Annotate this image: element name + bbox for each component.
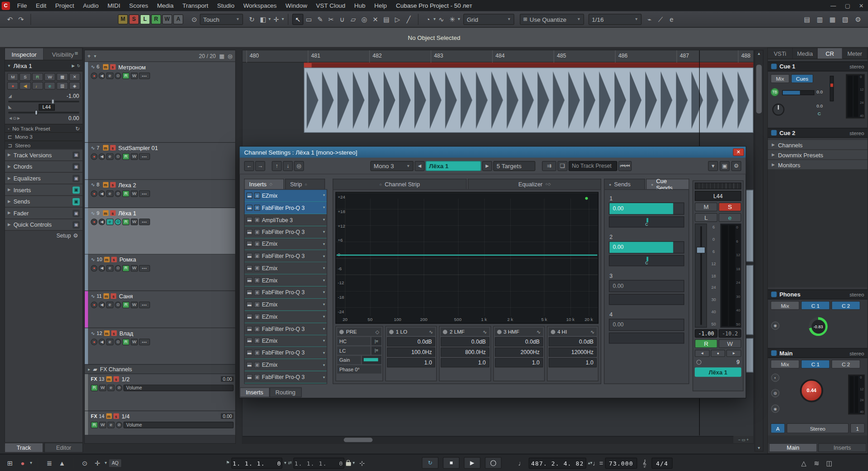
insert-slot[interactable]: ▬ e FabFilter Pro-Q 3 ▾ xyxy=(245,286,327,299)
folder-track-row[interactable]: ▸ ▰ FX Channels xyxy=(85,364,235,374)
band-freq-value[interactable]: 12000Hz xyxy=(548,348,597,357)
comp-tool[interactable]: ▤ xyxy=(381,14,392,24)
track-row[interactable]: ∿ 9 m s Лёха 1 ● ◀ e ⊙ R W ••• xyxy=(85,208,235,255)
cr-section-row[interactable]: ▶ Monitors xyxy=(768,160,868,170)
record-enable-button[interactable]: ● xyxy=(91,219,98,225)
bypass-icon[interactable]: ▬ xyxy=(246,229,252,235)
band-power-icon[interactable] xyxy=(551,330,555,334)
menu-item[interactable]: Window xyxy=(281,1,312,10)
audio-event-partial[interactable] xyxy=(745,265,753,335)
output-routing-row[interactable]: ⊐Stereo xyxy=(5,141,83,149)
band-gain-value[interactable]: 0.0dB xyxy=(548,337,597,346)
edit-plugin-icon[interactable]: e xyxy=(254,289,260,295)
erase-tool[interactable]: ▱ xyxy=(348,14,359,24)
fader-cap[interactable] xyxy=(697,247,706,253)
menu-item[interactable]: File xyxy=(13,1,31,10)
track-name[interactable]: 1/4 xyxy=(122,413,130,420)
insert-slot[interactable]: ▬ e FabFilter Pro-Q 3 ▾ xyxy=(245,323,327,335)
bypass-icon[interactable]: ▬ xyxy=(246,350,252,356)
caret-icon[interactable]: ▾ xyxy=(352,461,355,466)
bypass-button[interactable]: ⊘ xyxy=(116,422,122,428)
range-selection-tool[interactable]: ▭ xyxy=(303,14,314,24)
menu-item[interactable]: Transport xyxy=(178,1,213,10)
crosshair-icon[interactable]: ✛ xyxy=(92,457,103,468)
track-color-strip[interactable] xyxy=(85,255,88,291)
plugin-name[interactable]: EZmix xyxy=(262,193,321,199)
track-name[interactable]: SsdSampler 01 xyxy=(118,145,158,151)
edit-plugin-icon[interactable]: e xyxy=(254,253,260,259)
monitor-button[interactable]: ◀ xyxy=(98,190,105,197)
edit-channel-button[interactable]: e xyxy=(106,338,113,345)
phones-cue1-button[interactable]: C 1 xyxy=(801,301,829,310)
chevron-right-icon[interactable]: ▶ xyxy=(72,63,75,68)
fx-track-row[interactable]: FX 14 m s 1/4 0.00 R W e ⊘ Volume xyxy=(85,411,235,436)
band-power-icon[interactable] xyxy=(497,330,502,334)
find-track-icon[interactable]: ◎ xyxy=(228,53,233,59)
edit-plugin-icon[interactable]: e xyxy=(254,217,260,223)
layout-lower-zone-icon[interactable]: ▥ xyxy=(814,14,825,24)
audio-event-partial[interactable] xyxy=(745,338,753,373)
inspector-tab[interactable]: Inspector xyxy=(5,48,44,60)
bypass-icon[interactable]: ▬ xyxy=(246,193,252,199)
menu-item[interactable]: Audio xyxy=(78,1,103,10)
cue1-cues-button[interactable]: Cues xyxy=(791,74,813,83)
left-divider-icon[interactable]: ◧ xyxy=(258,14,268,24)
bypass-icon[interactable]: ▬ xyxy=(246,204,252,210)
bypass-icon[interactable]: ▬ xyxy=(246,277,252,283)
cue1-header[interactable]: Cue 1 stereo xyxy=(768,61,868,71)
bypass-icon[interactable]: ▬ xyxy=(246,289,252,295)
solo-button[interactable]: s xyxy=(111,293,116,299)
pointer-icon[interactable]: ▲ xyxy=(57,457,68,468)
plugin-name[interactable]: EZmix xyxy=(262,338,321,344)
bypass-icon[interactable]: ▬ xyxy=(246,325,252,331)
inspector-section[interactable]: ▶ Quick Controls ▣ xyxy=(5,219,83,230)
monitor-button[interactable]: ◀ xyxy=(98,301,105,308)
punch-point-icon[interactable]: ⊹ xyxy=(356,457,367,468)
mute-button[interactable]: m xyxy=(104,330,109,336)
timeline-ruler[interactable]: 480481482483484485486487488 xyxy=(243,50,754,63)
freeze-icon[interactable]: ✕ xyxy=(69,73,80,81)
record-enable-button[interactable]: ● xyxy=(91,153,98,160)
track-preset-row[interactable]: ◦No Track Preset↻ xyxy=(5,124,83,132)
cue-level-bar[interactable]: 0.00 xyxy=(609,203,684,215)
menu-item[interactable]: Studio xyxy=(213,1,239,10)
cue-pan-bar[interactable]: C xyxy=(609,216,684,227)
draw-tool[interactable]: ✎ xyxy=(314,14,325,24)
slot-caret-icon[interactable]: ▾ xyxy=(323,194,325,198)
plugin-name[interactable]: FabFilter Pro-Q 3 xyxy=(262,350,321,356)
insert-slot[interactable]: ▬ e EZmix ▾ xyxy=(245,238,327,251)
phase-button[interactable]: Phase 0° xyxy=(337,365,381,374)
plugin-name[interactable]: FabFilter Pro-Q 3 xyxy=(262,253,321,259)
mute-button[interactable]: M xyxy=(695,203,717,212)
track-name[interactable]: Саня xyxy=(119,293,133,300)
feedback-icon[interactable]: ◔ xyxy=(422,14,433,24)
freeze-button[interactable]: ⊙ xyxy=(115,72,122,79)
layout-right-zone-icon[interactable]: ▦ xyxy=(827,14,838,24)
band-q-value[interactable]: 1.0 xyxy=(387,358,435,368)
prev-icon[interactable]: ◄ xyxy=(695,350,710,357)
main-mix-button[interactable]: Mix xyxy=(770,359,799,369)
edit-plugin-icon[interactable]: e xyxy=(254,338,260,344)
solo-button[interactable]: s xyxy=(110,64,115,70)
insert-slot[interactable]: ▬ e EZmix ▾ xyxy=(245,275,327,287)
band-power-icon[interactable] xyxy=(443,330,448,334)
write-automation-button[interactable]: W xyxy=(131,219,138,225)
record-enable-button[interactable]: ● xyxy=(91,301,98,308)
lock-icon[interactable] xyxy=(346,462,351,466)
tab-sends[interactable]: ●Sends xyxy=(604,179,645,189)
caret-icon[interactable]: ▾ xyxy=(30,461,32,466)
bypass-icon[interactable]: ▬ xyxy=(246,362,252,368)
track-color-strip[interactable] xyxy=(85,374,88,411)
edit-plugin-icon[interactable]: e xyxy=(254,314,260,320)
record-enable-button[interactable]: ● xyxy=(91,190,98,197)
lanes-icon[interactable]: ▦ xyxy=(57,73,68,81)
channel-up-icon[interactable]: ↑ xyxy=(272,161,282,171)
band-freq-value[interactable]: 2000Hz xyxy=(495,348,543,357)
cycle-button[interactable]: ↻ xyxy=(422,457,439,469)
cue1-mix-button[interactable]: Mix xyxy=(770,74,790,83)
insert-slot[interactable]: ▬ e AmpliTube 3 ▾ xyxy=(245,214,327,226)
downmix-button[interactable]: 1 xyxy=(850,423,865,433)
pan-value[interactable]: L44 xyxy=(39,104,54,111)
right-zone-tab[interactable]: Media xyxy=(793,48,818,58)
plugin-name[interactable]: EZmix xyxy=(262,265,321,271)
